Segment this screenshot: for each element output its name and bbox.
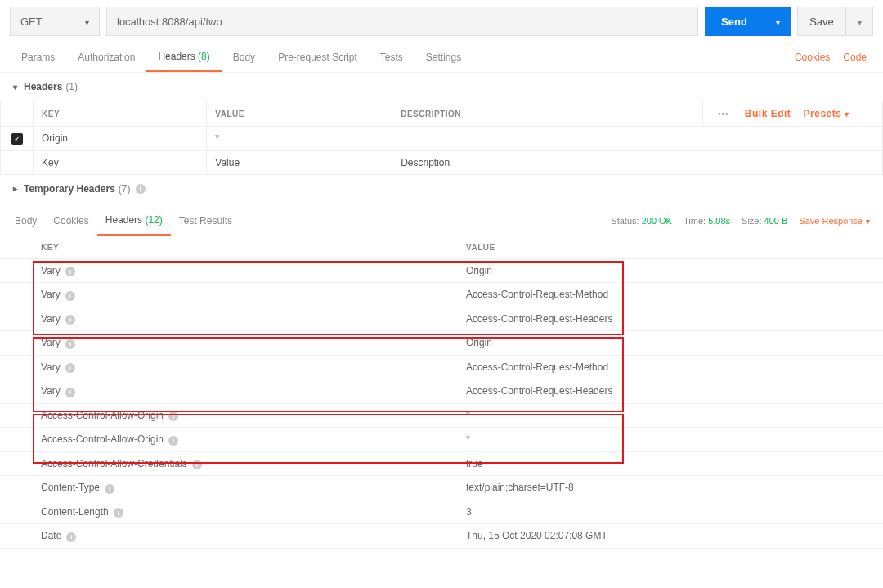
resp-cell-value: Access-Control-Request-Method <box>458 355 883 379</box>
tab-params[interactable]: Params <box>10 43 66 71</box>
tab-headers-count: (8) <box>198 51 210 62</box>
table-row[interactable]: ✓ Origin * <box>1 127 883 151</box>
col-actions: ••• Bulk Edit Presets <box>703 101 883 127</box>
tab-settings[interactable]: Settings <box>415 43 473 71</box>
temporary-headers-toggle[interactable]: Temporary Headers (7) i <box>0 175 883 203</box>
table-row: VaryiOrigin <box>0 258 883 283</box>
value-placeholder[interactable]: Value <box>207 150 392 174</box>
time-label: Time: <box>684 216 706 226</box>
resp-cell-key: Varyi <box>33 258 458 283</box>
chevron-down-icon <box>776 16 780 28</box>
response-headers-table: KEY VALUE VaryiOriginVaryiAccess-Control… <box>0 236 883 549</box>
resp-tab-body[interactable]: Body <box>7 207 45 235</box>
resp-cell-value: Origin <box>458 331 883 356</box>
response-headers-wrap: KEY VALUE VaryiOriginVaryiAccess-Control… <box>0 236 883 549</box>
http-method-select[interactable]: GET <box>10 7 100 36</box>
size-value: 400 B <box>764 216 788 226</box>
tab-prerequest[interactable]: Pre-request Script <box>267 43 369 71</box>
save-dropdown-button[interactable] <box>846 7 873 36</box>
row-checkbox[interactable]: ✓ <box>11 133 23 145</box>
resp-cell-value: text/plain;charset=UTF-8 <box>458 476 883 500</box>
resp-tab-headers[interactable]: Headers (12) <box>97 206 171 236</box>
table-row: VaryiAccess-Control-Request-Method <box>0 283 883 307</box>
tab-body[interactable]: Body <box>222 43 267 71</box>
resp-cell-value: Access-Control-Request-Headers <box>458 379 883 404</box>
tab-authorization[interactable]: Authorization <box>66 43 146 71</box>
resp-tab-cookies[interactable]: Cookies <box>45 207 96 235</box>
http-method-value: GET <box>20 16 43 28</box>
resp-cell-key: Access-Control-Allow-Credentialsi <box>33 451 458 476</box>
request-tabs: Params Authorization Headers (8) Body Pr… <box>0 43 883 73</box>
headers-section-toggle[interactable]: Headers (1) <box>0 73 883 101</box>
checkbox-col-header <box>1 101 34 127</box>
presets-dropdown[interactable]: Presets <box>800 108 853 119</box>
resp-col-value: VALUE <box>458 236 883 259</box>
temporary-headers-title: Temporary Headers <box>24 183 115 195</box>
resp-cell-key: Access-Control-Allow-Origini <box>33 428 458 452</box>
tab-headers-label: Headers <box>158 51 195 62</box>
table-row: VaryiAccess-Control-Request-Headers <box>0 307 883 331</box>
info-icon[interactable]: i <box>192 460 202 469</box>
time-value: 5.08s <box>708 216 730 226</box>
info-icon[interactable]: i <box>65 315 75 325</box>
resp-cell-key: Varyi <box>33 331 458 356</box>
save-response-dropdown[interactable]: Save Response <box>799 216 870 226</box>
presets-label: Presets <box>804 108 842 119</box>
tab-headers[interactable]: Headers (8) <box>146 43 221 72</box>
size-label: Size: <box>742 216 761 226</box>
chevron-down-icon <box>858 16 862 28</box>
more-options-icon[interactable]: ••• <box>711 110 736 119</box>
cell-key[interactable]: Origin <box>34 127 207 151</box>
description-placeholder[interactable]: Description <box>392 150 883 174</box>
status-bar: Status: 200 OK Time: 5.08s Size: 400 B S… <box>611 216 876 226</box>
info-icon[interactable]: i <box>66 532 76 542</box>
request-headers-table: KEY VALUE DESCRIPTION ••• Bulk Edit Pres… <box>0 101 883 175</box>
info-icon[interactable]: i <box>105 484 114 494</box>
key-placeholder[interactable]: Key <box>34 150 207 174</box>
status-label: Status: <box>611 216 639 226</box>
table-row: VaryiOrigin <box>0 331 883 356</box>
caret-down-icon <box>13 83 17 92</box>
col-description: DESCRIPTION <box>392 101 703 127</box>
code-link[interactable]: Code <box>836 43 873 71</box>
table-row-placeholder[interactable]: Key Value Description <box>1 150 883 174</box>
cell-value[interactable]: * <box>207 127 392 151</box>
col-key: KEY <box>34 101 207 127</box>
bulk-edit-link[interactable]: Bulk Edit <box>738 108 798 119</box>
info-icon[interactable]: i <box>65 267 75 276</box>
resp-cell-key: Content-Lengthi <box>33 500 458 524</box>
info-icon[interactable]: i <box>65 363 75 373</box>
resp-cell-value: true <box>458 451 883 476</box>
resp-tab-headers-label: Headers <box>105 214 142 226</box>
info-icon[interactable]: i <box>168 436 178 446</box>
resp-cell-key: Access-Control-Allow-Origini <box>33 403 458 428</box>
resp-cell-value: Access-Control-Request-Headers <box>458 307 883 331</box>
info-icon[interactable]: i <box>65 291 75 301</box>
cookies-link[interactable]: Cookies <box>788 43 836 71</box>
info-icon[interactable]: i <box>65 339 75 349</box>
resp-cell-value: 3 <box>458 500 883 524</box>
save-response-label: Save Response <box>799 216 863 226</box>
info-icon[interactable]: i <box>114 508 123 518</box>
send-button[interactable]: Send <box>705 7 764 36</box>
chevron-down-icon <box>866 216 870 226</box>
resp-col-key: KEY <box>33 236 458 259</box>
headers-section-title: Headers <box>24 81 62 92</box>
info-icon[interactable]: i <box>136 184 146 194</box>
url-value: localhost:8088/api/two <box>117 16 222 28</box>
url-input[interactable]: localhost:8088/api/two <box>106 7 698 36</box>
table-row: VaryiAccess-Control-Request-Method <box>0 355 883 379</box>
table-row: VaryiAccess-Control-Request-Headers <box>0 379 883 404</box>
resp-cell-value: Origin <box>458 258 883 283</box>
info-icon[interactable]: i <box>168 411 178 421</box>
resp-cell-value: * <box>458 428 883 452</box>
save-button[interactable]: Save <box>797 7 846 36</box>
info-icon[interactable]: i <box>65 388 75 397</box>
send-dropdown-button[interactable] <box>764 7 791 36</box>
resp-cell-value: Access-Control-Request-Method <box>458 283 883 307</box>
resp-tab-test-results[interactable]: Test Results <box>171 207 240 235</box>
table-row: Content-Typeitext/plain;charset=UTF-8 <box>0 476 883 500</box>
resp-cell-value: * <box>458 403 883 428</box>
cell-description[interactable] <box>392 127 883 151</box>
tab-tests[interactable]: Tests <box>369 43 415 71</box>
